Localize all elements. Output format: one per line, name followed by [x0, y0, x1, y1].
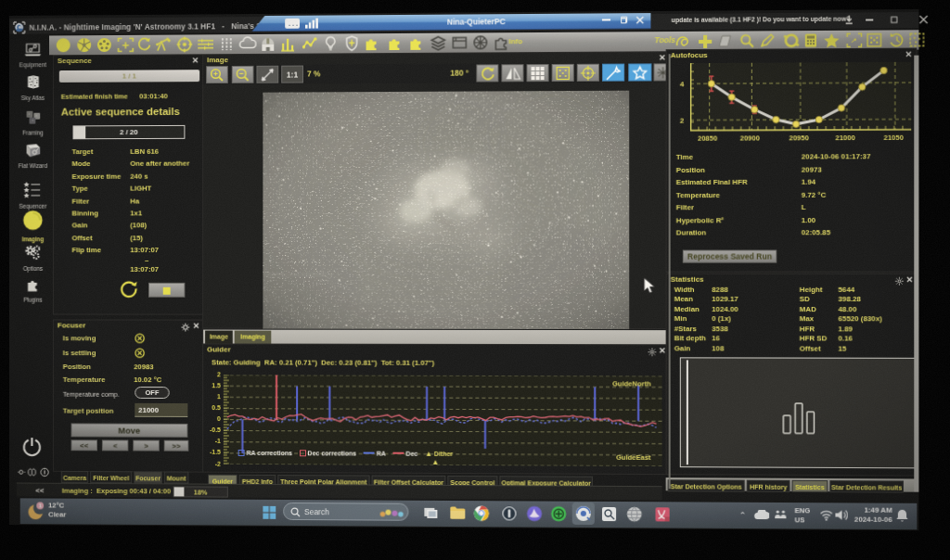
svg-text:↗: ↗	[851, 37, 856, 44]
